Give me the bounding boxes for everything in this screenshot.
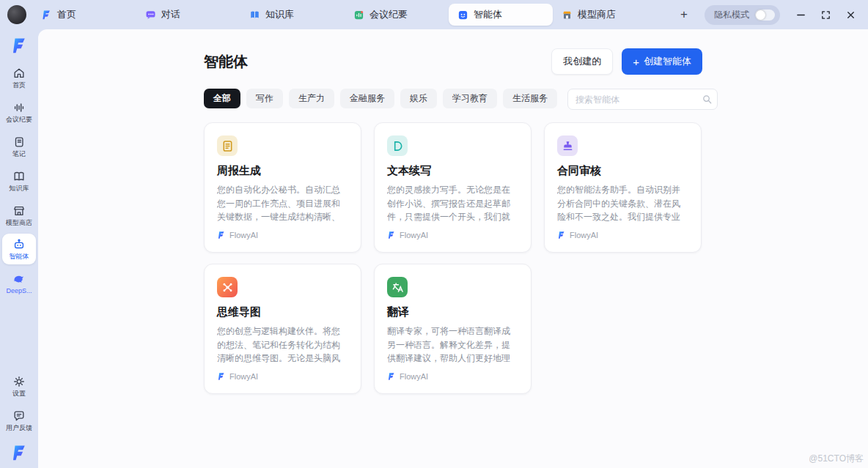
agent-card-description: 您的灵感接力写手。无论您是在创作小说、撰写报告还是起草邮件，只需提供一个开头，我… [387,183,518,225]
agent-card-description: 您的智能法务助手。自动识别并分析合同中的关键条款、潜在风险和不一致之处。我们提供… [557,183,688,225]
provider-name: FlowyAI [229,372,258,381]
tab-label: 首页 [57,8,76,21]
agent-card-title: 翻译 [387,305,518,319]
provider-name: FlowyAI [400,231,428,239]
sidebar: 首页 会议纪要 笔记 知识库 模型商店 [0,29,38,468]
sidebar-item-model-store[interactable]: 模型商店 [2,200,36,231]
search-box [567,89,718,110]
minimize-button[interactable] [792,6,809,23]
privacy-mode-label: 隐私模式 [714,9,749,21]
sidebar-item-deepseek[interactable]: DeepS... [2,268,36,299]
tab-model-store[interactable]: 模型商店 [553,4,657,26]
sidebar-item-notes[interactable]: 笔记 [2,131,36,162]
agent-card-provider: FlowyAI [217,372,348,381]
sidebar-item-feedback[interactable]: 用户反馈 [2,405,36,436]
notebook-icon [12,135,26,149]
agents-page: 智能体 我创建的 + 创建智能体 全部 写作 生产力 金融服务 娱乐 学习教育 [204,29,702,394]
user-avatar[interactable] [7,5,26,24]
robot-icon [12,238,26,251]
header-actions: 我创建的 + 创建智能体 [551,48,702,75]
agent-card-mind-map[interactable]: 思维导图 您的创意与逻辑构建伙伴。将您的想法、笔记和任务转化为结构清晰的思维导图… [204,264,361,394]
filter-writing[interactable]: 写作 [246,89,283,108]
search-input[interactable] [567,89,718,110]
agent-card-weekly-report[interactable]: 周报生成 您的自动化办公秘书。自动汇总您一周的工作亮点、项目进展和关键数据，一键… [204,122,361,253]
agent-card-title: 思维导图 [217,305,348,319]
sidebar-item-label: 设置 [12,390,26,398]
filter-all[interactable]: 全部 [204,89,240,108]
gear-icon [12,375,26,388]
privacy-mode-toggle[interactable]: 隐私模式 [705,5,780,25]
flowy-logo-icon [41,10,52,21]
meeting-record-icon [353,10,364,21]
agent-card-description: 您的自动化办公秘书。自动汇总您一周的工作亮点、项目进展和关键数据，一键生成结构清… [217,183,348,225]
stamp-icon [557,135,578,156]
store-icon [562,10,573,21]
create-agent-label: 创建智能体 [644,55,691,68]
sidebar-item-label: 会议纪要 [6,116,32,124]
filter-education[interactable]: 学习教育 [443,89,497,108]
waveform-icon [12,101,26,114]
flowyai-logo-icon [217,231,226,239]
filter-finance[interactable]: 金融服务 [340,89,394,108]
maximize-button[interactable] [817,6,834,23]
toggle-switch[interactable] [755,10,775,21]
provider-name: FlowyAI [400,372,428,381]
close-button[interactable] [842,6,859,23]
sidebar-item-label: 首页 [12,82,26,89]
book-icon [249,10,260,21]
agent-card-provider: FlowyAI [217,231,348,239]
agent-card-provider: FlowyAI [387,372,518,381]
tab-home[interactable]: 首页 [32,4,136,26]
agent-card-text-continuation[interactable]: 文本续写 您的灵感接力写手。无论您是在创作小说、撰写报告还是起草邮件，只需提供一… [374,122,532,253]
page-header: 智能体 我创建的 + 创建智能体 [204,48,702,75]
window-controls [792,6,859,23]
create-agent-button[interactable]: + 创建智能体 [622,48,702,75]
my-created-button[interactable]: 我创建的 [551,48,613,75]
sidebar-item-label: 智能体 [10,253,29,261]
agent-card-title: 文本续写 [387,164,518,178]
tab-agents[interactable]: 智能体 [449,4,553,26]
provider-name: FlowyAI [570,231,598,239]
translate-icon [387,277,408,297]
tab-meeting-notes[interactable]: 会议纪要 [345,4,449,26]
agent-card-contract-review[interactable]: 合同审核 您的智能法务助手。自动识别并分析合同中的关键条款、潜在风险和不一致之处… [544,122,702,253]
agent-card-provider: FlowyAI [557,231,688,239]
page-title: 智能体 [204,52,248,72]
text-continue-icon [387,135,408,156]
titlebar: 首页 对话 知识库 会议纪要 智能体 [0,0,868,29]
agent-card-title: 周报生成 [217,164,348,178]
tab-strip: 首页 对话 知识库 会议纪要 智能体 [32,0,695,29]
sidebar-item-label: 笔记 [12,151,26,158]
agent-card-provider: FlowyAI [387,231,518,239]
tab-chat[interactable]: 对话 [136,4,240,26]
filter-row: 全部 写作 生产力 金融服务 娱乐 学习教育 生活服务 [204,89,702,110]
whale-icon [12,272,26,286]
tab-label: 智能体 [474,8,502,21]
agent-card-translate[interactable]: 翻译 翻译专家，可将一种语言翻译成另一种语言。解释文化差异，提供翻译建议，帮助人… [374,264,532,394]
tab-label: 对话 [161,8,180,21]
tab-knowledge-base[interactable]: 知识库 [240,4,345,26]
book-icon [12,170,26,183]
watermark: @51CTO博客 [809,453,864,465]
filter-entertainment[interactable]: 娱乐 [400,89,437,108]
sidebar-item-home[interactable]: 首页 [2,62,36,93]
sidebar-item-meeting-notes[interactable]: 会议纪要 [2,97,36,127]
filter-life-services[interactable]: 生活服务 [503,89,557,108]
new-tab-button[interactable]: + [673,4,695,26]
agent-icon [457,10,468,21]
filter-productivity[interactable]: 生产力 [289,89,334,108]
plus-icon: + [633,56,639,67]
sidebar-item-knowledge-base[interactable]: 知识库 [2,166,36,196]
agent-card-grid: 周报生成 您的自动化办公秘书。自动汇总您一周的工作亮点、项目进展和关键数据，一键… [204,122,702,394]
home-icon [12,67,26,80]
flowyai-logo-icon [387,372,396,381]
sidebar-item-agents[interactable]: 智能体 [2,234,36,264]
sidebar-item-settings[interactable]: 设置 [2,371,36,401]
flowy-logo-icon [10,444,29,462]
flowy-logo-icon [10,37,29,55]
sidebar-item-label: 用户反馈 [6,425,32,432]
flowyai-logo-icon [557,231,566,239]
flowyai-logo-icon [387,231,396,239]
flowyai-logo-icon [217,372,226,381]
sidebar-item-label: DeepS... [6,288,32,295]
